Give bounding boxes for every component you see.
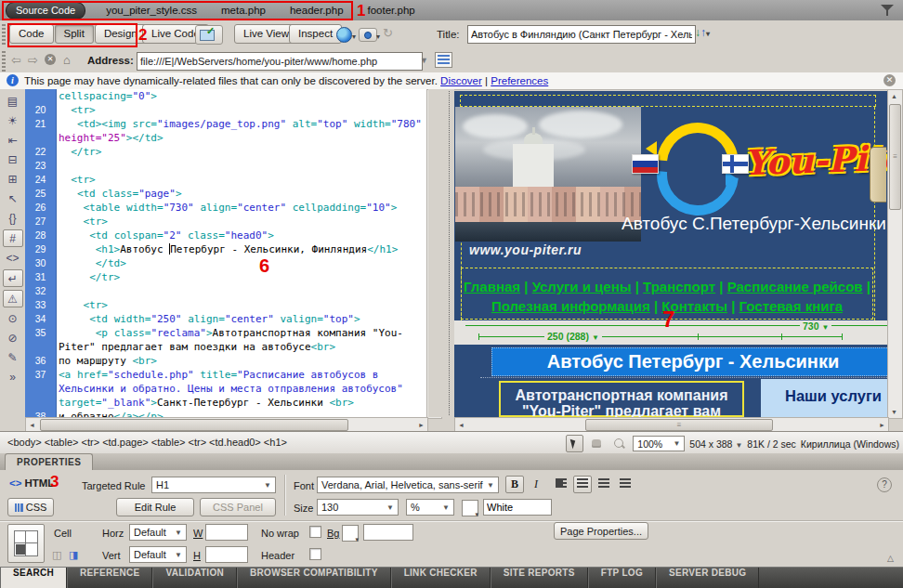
nav-link[interactable]: Гостевая книга	[739, 298, 843, 314]
services-cell[interactable]: Наши услуги	[761, 379, 887, 417]
design-vertical-scrollbar[interactable]: ▲ ≡ ▼	[887, 89, 903, 419]
remove-comment-icon[interactable]: ⊘	[4, 330, 22, 346]
apply-comment-icon[interactable]: ⊙	[4, 310, 22, 327]
format-source-code-icon[interactable]: ✎	[4, 349, 22, 366]
text-color-swatch[interactable]	[462, 500, 478, 516]
targeted-rule-select[interactable]: H1▼	[151, 477, 276, 493]
nav-link[interactable]: Транспорт	[643, 279, 715, 294]
preview-in-browser-icon[interactable]	[336, 27, 352, 43]
vert-select[interactable]: Default▼	[129, 546, 187, 563]
left-column-cell[interactable]: Автотранспортная компания "You-Piter" пр…	[499, 381, 744, 417]
tag-selector-path[interactable]: <body> <table> <tr> <td.page> <table> <t…	[7, 437, 287, 448]
results-tab-server-debug[interactable]: SERVER DEBUG	[656, 568, 759, 588]
open-documents-icon[interactable]: ▤	[4, 93, 22, 110]
results-tab-ftp-log[interactable]: FTP LOG	[588, 568, 656, 588]
preview-dropdown-arrow-icon[interactable]: ▾	[352, 33, 356, 41]
font-select[interactable]: Verdana, Arial, Helvetica, sans-serif▼	[317, 477, 499, 493]
document-title-input[interactable]	[467, 25, 696, 44]
highlight-invalid-code-icon[interactable]: <>	[4, 250, 22, 267]
syntax-error-alerts-icon[interactable]: ⚠	[3, 290, 23, 307]
merge-cells-icon[interactable]: ◫	[52, 549, 61, 561]
results-tab-search[interactable]: SEARCH	[0, 568, 67, 588]
nav-link[interactable]: Контакты	[661, 298, 727, 314]
nav-link[interactable]: Полезная информация	[491, 298, 650, 314]
collapse-full-tag-icon[interactable]: ⇤	[4, 132, 22, 149]
expand-all-icon[interactable]: ⊞	[4, 171, 22, 188]
back-icon[interactable]: ⇦	[11, 53, 21, 67]
css-properties-button[interactable]: CSS	[7, 498, 54, 516]
no-wrap-checkbox[interactable]	[309, 526, 321, 538]
results-tab-validation[interactable]: VALIDATION	[152, 568, 237, 588]
file-management-icon[interactable]: ↓↑▾	[695, 26, 710, 39]
design-h1-heading[interactable]: Автобус Петербург - Хельсинки	[491, 347, 887, 376]
home-icon[interactable]: ⌂	[63, 53, 71, 67]
outer-table-width-menu[interactable]: 730 ▼	[800, 320, 831, 332]
header-checkbox[interactable]	[309, 548, 321, 560]
page-properties-button[interactable]: Page Properties...	[554, 522, 648, 540]
edit-rule-button[interactable]: Edit Rule	[116, 498, 194, 516]
results-tab-link-checker[interactable]: LINK CHECKER	[391, 568, 491, 588]
window-size-value[interactable]: 504 x 388 ▼	[689, 438, 742, 450]
align-left-button[interactable]	[552, 476, 570, 493]
select-parent-tag-icon[interactable]: ↖	[4, 190, 22, 207]
align-right-button[interactable]	[595, 476, 613, 493]
help-icon[interactable]: ?	[877, 477, 892, 492]
infobar-close-icon[interactable]: ✕	[883, 74, 896, 86]
view-button-split[interactable]: Split	[55, 24, 94, 44]
bg-color-swatch[interactable]	[342, 525, 359, 542]
design-view[interactable]: You-Piter Автобус С.Петербург-Хельсинки …	[454, 91, 887, 417]
related-file-tab[interactable]: footer.php	[368, 5, 415, 16]
html-properties-button[interactable]: <>HTML	[9, 477, 54, 489]
text-color-input[interactable]	[483, 499, 552, 516]
stop-icon[interactable]: ✕	[45, 54, 56, 65]
height-input[interactable]	[205, 546, 248, 563]
size-select[interactable]: 130▼	[317, 499, 399, 516]
filter-related-files-icon[interactable]	[881, 4, 894, 17]
show-more-icon[interactable]: »	[4, 369, 22, 385]
inspect-button[interactable]: Inspect	[289, 24, 342, 44]
word-wrap-icon[interactable]: ↵	[3, 269, 23, 287]
results-tab-browser-compatibility[interactable]: BROWSER COMPATIBILITY	[237, 568, 391, 588]
nav-link[interactable]: Расписание рейсов	[727, 279, 863, 294]
split-cell-icon[interactable]: ◨	[69, 549, 78, 561]
view-button-design[interactable]: Design	[95, 24, 147, 44]
select-tool-icon[interactable]	[566, 435, 583, 452]
bold-button[interactable]: B	[505, 476, 524, 493]
preferences-link[interactable]: Preferences	[491, 75, 548, 86]
related-file-tab[interactable]: you_piter_style.css	[106, 5, 197, 16]
code-navigator-icon[interactable]: ☀	[4, 112, 22, 129]
balance-braces-icon[interactable]: {}	[4, 210, 22, 227]
address-input[interactable]	[137, 52, 423, 71]
italic-button[interactable]: I	[527, 476, 545, 493]
results-tab-reference[interactable]: REFERENCE	[67, 568, 152, 588]
discover-link[interactable]: Discover	[440, 75, 482, 86]
code-editor[interactable]: cellspacing="0">20 <tr>21 <td><img src="…	[25, 89, 428, 417]
source-code-tab[interactable]: Source Code	[6, 2, 85, 20]
hand-tool-icon[interactable]	[588, 435, 606, 452]
related-file-tab[interactable]: header.php	[290, 5, 344, 16]
check-browser-compatibility-icon[interactable]: ✓	[195, 25, 223, 45]
visual-aids-icon[interactable]	[359, 28, 377, 42]
justify-button[interactable]	[616, 476, 635, 493]
address-dropdown-arrow-icon[interactable]: ▼	[420, 56, 428, 65]
line-numbers-icon[interactable]: #	[3, 229, 23, 247]
visual-aids-dropdown-arrow-icon[interactable]: ▾	[376, 33, 380, 41]
refresh-design-view-icon[interactable]: ↻	[383, 26, 393, 40]
related-pages-list-icon[interactable]	[435, 52, 452, 68]
size-unit-select[interactable]: %▼	[406, 499, 454, 516]
align-center-button[interactable]	[573, 476, 592, 493]
zoom-tool-icon[interactable]	[610, 435, 628, 452]
related-file-tab[interactable]: meta.php	[221, 5, 266, 16]
collapse-selection-icon[interactable]: ⊟	[4, 151, 22, 168]
horz-select[interactable]: Default▼	[129, 524, 187, 541]
css-panel-button[interactable]: CSS Panel	[200, 498, 276, 516]
nav-link[interactable]: Услуги и цены	[532, 279, 632, 294]
panel-collapse-icon[interactable]: △	[887, 554, 894, 563]
results-tab-site-reports[interactable]: SITE REPORTS	[491, 568, 588, 588]
column-width-guide[interactable]	[478, 336, 843, 337]
width-input[interactable]	[205, 524, 248, 541]
nav-link[interactable]: Главная	[464, 279, 520, 294]
magnification-select[interactable]: 100%▼	[633, 436, 685, 451]
forward-icon[interactable]: ⇨	[28, 53, 38, 67]
bg-color-input[interactable]	[363, 524, 413, 541]
